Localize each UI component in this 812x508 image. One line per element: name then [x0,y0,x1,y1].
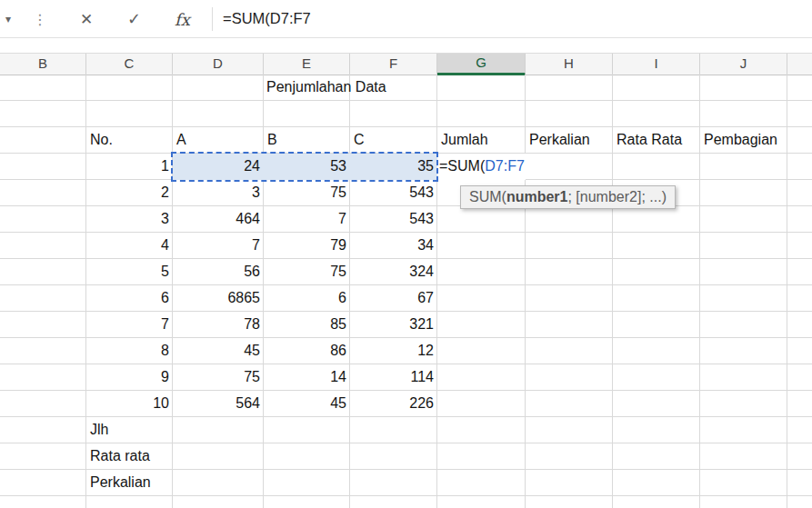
cell-c[interactable]: 12 [350,338,437,364]
cell-c[interactable]: 35 [350,154,437,180]
header-cell-jumlah[interactable]: Jumlah [437,127,526,154]
cell-b[interactable]: 86 [264,338,350,364]
cell-a[interactable]: 75 [173,364,264,391]
name-box-dropdown-icon[interactable]: ▾ [5,13,11,25]
cell-c[interactable]: 67 [350,285,437,312]
hint-function-name: SUM( [469,189,506,204]
header-cell-pembagian[interactable]: Pembagian [700,127,787,154]
column-header-f[interactable]: F [350,54,437,75]
spreadsheet: B C D E F G H I J Penjumlahan Data [0,53,812,508]
hint-current-arg: number1 [506,189,568,204]
cell-b[interactable]: 75 [264,259,350,285]
cell-a[interactable]: 45 [173,338,264,364]
cell-no[interactable]: 9 [86,364,173,391]
column-header-b[interactable]: B [0,54,86,75]
enter-icon[interactable]: ✓ [127,9,141,29]
cell-a[interactable]: 464 [173,206,264,233]
column-header-h[interactable]: H [526,54,613,75]
insert-function-icon[interactable]: fx [175,9,190,28]
cell-a[interactable]: 564 [173,391,264,417]
cell-a[interactable]: 78 [173,312,264,338]
column-headers: B C D E F G H I J [0,53,812,75]
cell-no[interactable]: 7 [86,312,173,338]
formula-bar-input[interactable]: =SUM(D7:F7 [223,0,311,37]
column-header-e[interactable]: E [264,54,350,75]
cell-b[interactable]: 45 [264,391,350,417]
cell-a[interactable]: 7 [173,233,264,259]
cell-c[interactable]: 324 [350,259,437,285]
cell-c[interactable]: 34 [350,233,437,259]
cell-b[interactable]: 85 [264,312,350,338]
header-cell-b[interactable]: B [264,127,350,154]
column-header-j[interactable]: J [700,54,787,75]
cell-b[interactable]: 14 [264,364,350,391]
header-cell-a[interactable]: A [173,127,264,154]
formula-prefix: =SUM( [439,158,485,174]
column-header-i[interactable]: I [613,54,700,75]
footer-cell-rata-rata[interactable]: Rata rata [86,443,173,470]
cell-c[interactable]: 321 [350,312,437,338]
active-cell-editor[interactable]: =SUM(D7:F7 [437,154,526,180]
header-cell-perkalian[interactable]: Perkalian [526,127,613,154]
cell-no[interactable]: 4 [86,233,173,259]
cancel-icon[interactable]: ✕ [80,9,93,28]
cell-a[interactable]: 3 [173,180,264,206]
toolbar-divider [212,7,213,31]
cell-c[interactable]: 543 [350,206,437,233]
cell-a[interactable]: 6865 [173,285,264,312]
cell-no[interactable]: 5 [86,259,173,285]
cell-no[interactable]: 3 [86,206,173,233]
column-header-d[interactable]: D [173,54,264,75]
header-cell-c[interactable]: C [350,127,437,154]
cell-no[interactable]: 8 [86,338,173,364]
cell-a[interactable]: 24 [173,154,264,180]
cell-no[interactable]: 10 [86,391,173,417]
cell-no[interactable]: 1 [86,154,173,180]
splitter-dots-icon[interactable]: ⋮ [33,10,47,27]
column-header-g-selected[interactable]: G [437,54,526,75]
cell-b[interactable]: 6 [264,285,350,312]
cell-no[interactable]: 6 [86,285,173,312]
cell-b[interactable]: 53 [264,154,350,180]
footer-cell-jlh[interactable]: Jlh [86,417,173,443]
cell-c[interactable]: 226 [350,391,437,417]
hint-remaining-args: ; [number2]; ...) [567,189,666,204]
cell-b[interactable]: 7 [264,206,350,233]
formula-toolbar: ▾ ⋮ ✕ ✓ fx =SUM(D7:F7 [0,0,812,38]
grid-cells-area[interactable]: Penjumlahan Data No. A B C Jumlah Perkal… [0,75,812,508]
sheet-title-cell[interactable]: Penjumlahan Data [264,75,350,101]
cell-c[interactable]: 543 [350,180,437,206]
function-hint-tooltip: SUM(number1; [number2]; ...) [460,185,676,209]
formula-range-reference: D7:F7 [485,158,525,174]
header-cell-rata-rata[interactable]: Rata Rata [613,127,700,154]
cell-c[interactable]: 114 [350,364,437,391]
column-header-c[interactable]: C [86,54,173,75]
column-header-partial[interactable] [787,54,812,75]
header-cell-no[interactable]: No. [86,127,173,154]
cell-b[interactable]: 79 [264,233,350,259]
footer-cell-perkalian[interactable]: Perkalian [86,470,173,496]
excel-window: ▾ ⋮ ✕ ✓ fx =SUM(D7:F7 B C D E F G H I J [0,0,812,508]
cell-no[interactable]: 2 [86,180,173,206]
cell-a[interactable]: 56 [173,259,264,285]
cell-b[interactable]: 75 [264,180,350,206]
